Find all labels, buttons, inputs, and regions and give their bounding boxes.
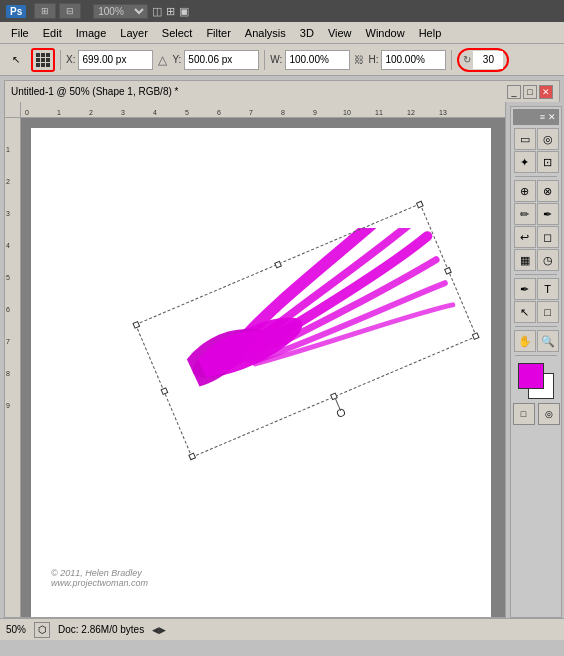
quick-mask-btn[interactable]: ◎	[538, 403, 560, 425]
tool-row-3: ⊕ ⊗	[513, 180, 559, 202]
title-bar-icons: ⊞ ⊟	[34, 3, 81, 19]
rotation-handle[interactable]	[336, 408, 346, 418]
menu-select[interactable]: Select	[155, 25, 200, 41]
menu-layer[interactable]: Layer	[113, 25, 155, 41]
x-input[interactable]	[78, 50, 153, 70]
blur-tool[interactable]: ◷	[537, 249, 559, 271]
spot-heal-tool[interactable]: ⊗	[537, 180, 559, 202]
text-tool[interactable]: T	[537, 278, 559, 300]
menu-filter[interactable]: Filter	[199, 25, 237, 41]
foreground-color-swatch[interactable]	[518, 363, 544, 389]
menu-window[interactable]: Window	[359, 25, 412, 41]
zoom-select[interactable]: 100% 50% 75% 200%	[93, 4, 148, 19]
ruler-tick-6: 6	[217, 109, 221, 116]
handle-bl[interactable]	[188, 453, 196, 461]
canvas-wrapper: © 2011, Helen Bradley www.projectwoman.c…	[21, 118, 505, 617]
canvas[interactable]: © 2011, Helen Bradley www.projectwoman.c…	[31, 128, 491, 617]
handle-tl[interactable]	[132, 321, 140, 329]
ruler-tick-13: 13	[439, 109, 447, 116]
x-label: X:	[66, 54, 75, 65]
menu-file[interactable]: File	[4, 25, 36, 41]
history-brush-tool[interactable]: ↩	[514, 226, 536, 248]
eyedropper-tool[interactable]: ⊕	[514, 180, 536, 202]
doc-minimize-btn[interactable]: _	[507, 85, 521, 99]
toolbar: ↖ X: △ Y: W: ⛓ H: ↻	[0, 44, 564, 76]
link-icon: ⛓	[354, 54, 364, 65]
clone-tool[interactable]: ✒	[537, 203, 559, 225]
crop-tool[interactable]: ⊡	[537, 151, 559, 173]
menu-analysis[interactable]: Analysis	[238, 25, 293, 41]
ruler-tick-11: 11	[375, 109, 383, 116]
v-ruler-1: 1	[6, 146, 10, 153]
tb-icon-2[interactable]: ⊟	[59, 3, 81, 19]
w-input[interactable]	[285, 50, 350, 70]
separator-2	[264, 50, 265, 70]
status-left-arrow[interactable]: ◀	[152, 625, 159, 635]
doc-close-btn[interactable]: ✕	[539, 85, 553, 99]
eraser-tool[interactable]: ◻	[537, 226, 559, 248]
tb-icon-1[interactable]: ⊞	[34, 3, 56, 19]
tools-divider-2	[515, 274, 557, 275]
copyright-text: © 2011, Helen Bradley	[51, 568, 148, 578]
hand-tool[interactable]: ✋	[514, 330, 536, 352]
tool-row-4: ✏ ✒	[513, 203, 559, 225]
canvas-row: 1 2 3 4 5 6 7 8 9	[5, 118, 505, 617]
brush-tool[interactable]: ✏	[514, 203, 536, 225]
path-selection-tool[interactable]: ↖	[514, 301, 536, 323]
menu-image[interactable]: Image	[69, 25, 114, 41]
tb-icon-4: ⊞	[166, 5, 175, 18]
menu-view[interactable]: View	[321, 25, 359, 41]
shape-tool[interactable]: □	[537, 301, 559, 323]
doc-title-btns: _ □ ✕	[507, 85, 553, 99]
y-input[interactable]	[184, 50, 259, 70]
v-ruler: 1 2 3 4 5 6 7 8 9	[5, 118, 21, 617]
rotate-wrap: ↻	[457, 48, 509, 72]
menu-edit[interactable]: Edit	[36, 25, 69, 41]
separator-3	[451, 50, 452, 70]
handle-br[interactable]	[472, 332, 480, 340]
panel-collapse-btn[interactable]: ≡	[540, 112, 545, 122]
grid-transform-btn[interactable]	[31, 48, 55, 72]
v-ruler-8: 8	[6, 370, 10, 377]
tools-divider-3	[515, 326, 557, 327]
doc-maximize-btn[interactable]: □	[523, 85, 537, 99]
rotate-icon: ↻	[463, 54, 471, 65]
status-icon[interactable]: ⬡	[34, 622, 50, 638]
menu-3d[interactable]: 3D	[293, 25, 321, 41]
doc-info: Doc: 2.86M/0 bytes	[58, 624, 144, 635]
handle-ml[interactable]	[160, 387, 168, 395]
status-right-arrow[interactable]: ▶	[159, 625, 166, 635]
pen-tool[interactable]: ✒	[514, 278, 536, 300]
copyright-block: © 2011, Helen Bradley www.projectwoman.c…	[51, 568, 148, 588]
magic-wand-tool[interactable]: ✦	[514, 151, 536, 173]
color-section: □ ◎	[513, 363, 559, 425]
ruler-tick-5: 5	[185, 109, 189, 116]
handle-tr[interactable]	[416, 201, 424, 209]
y-label: Y:	[172, 54, 181, 65]
tool-row-5: ↩ ◻	[513, 226, 559, 248]
v-ruler-5: 5	[6, 274, 10, 281]
tool-row-8: ↖ □	[513, 301, 559, 323]
v-ruler-2: 2	[6, 178, 10, 185]
tool-arrow-btn[interactable]: ↖	[4, 48, 28, 72]
v-ruler-7: 7	[6, 338, 10, 345]
v-ruler-3: 3	[6, 210, 10, 217]
zoom-tool[interactable]: 🔍	[537, 330, 559, 352]
gradient-tool[interactable]: ▦	[514, 249, 536, 271]
title-bar-left: Ps ⊞ ⊟ 100% 50% 75% 200% ◫ ⊞ ▣	[6, 3, 189, 19]
marquee-tool[interactable]: ▭	[514, 128, 536, 150]
h-input[interactable]	[381, 50, 446, 70]
tools-panel: ≡ ✕ ▭ ◎ ✦ ⊡ ⊕ ⊗ ✏ ✒ ↩ ◻ ▦ ◷ ✒	[510, 106, 562, 618]
ruler-tick-2: 2	[89, 109, 93, 116]
handle-tm[interactable]	[274, 261, 282, 269]
rotate-input[interactable]	[473, 51, 503, 69]
tool-row-2: ✦ ⊡	[513, 151, 559, 173]
menu-help[interactable]: Help	[412, 25, 449, 41]
ruler-tick-9: 9	[313, 109, 317, 116]
standard-mode-btn[interactable]: □	[513, 403, 535, 425]
tool-row-6: ▦ ◷	[513, 249, 559, 271]
ruler-tick-1: 1	[57, 109, 61, 116]
ruler-tick-8: 8	[281, 109, 285, 116]
panel-close-btn[interactable]: ✕	[548, 112, 556, 122]
lasso-tool[interactable]: ◎	[537, 128, 559, 150]
